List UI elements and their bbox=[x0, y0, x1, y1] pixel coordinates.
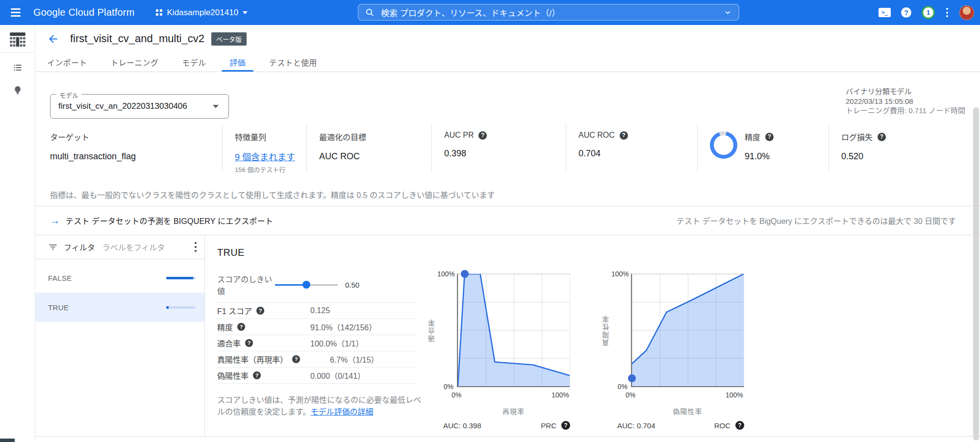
prc-x-axis-label: 再現率 bbox=[457, 406, 570, 416]
fpr-help-icon[interactable]: ? bbox=[253, 371, 261, 379]
tab-test-use[interactable]: テストと使用 bbox=[257, 52, 329, 72]
model-evaluation-details-link[interactable]: モデル評価の詳細 bbox=[310, 408, 373, 416]
project-name: Kidasample201410 bbox=[167, 8, 239, 18]
prc-y-min-tick: 0% bbox=[437, 383, 453, 391]
training-cost: トレーニング費用: 0.711 ノード時間 bbox=[846, 106, 968, 116]
vertical-scrollbar[interactable] bbox=[973, 107, 979, 441]
threshold-label: スコアのしきい値 bbox=[217, 273, 275, 296]
tab-training[interactable]: トレーニング bbox=[99, 52, 171, 72]
model-select-label: モデル bbox=[56, 90, 81, 99]
slider-fill bbox=[275, 284, 306, 286]
label-row-true[interactable]: TRUE bbox=[35, 293, 204, 322]
gcp-logo[interactable]: Google Cloud Platform bbox=[33, 7, 135, 18]
export-row: → テスト データセットの予測を BIGQUERY にエクスポート テスト デー… bbox=[50, 206, 956, 235]
label-list: FALSE TRUE bbox=[35, 263, 204, 322]
evaluation-content: モデル first_visit_cv_an_20220313030406 バイナ… bbox=[35, 72, 980, 437]
lightbulb-icon[interactable] bbox=[0, 85, 35, 95]
prc-x-min-tick: 0% bbox=[452, 391, 461, 399]
model-type: バイナリ分類モデル bbox=[846, 87, 968, 97]
metrics-note: 指標は、最も一般的でないクラスを陽性のクラスとして使用して生成されます。精度は … bbox=[50, 189, 495, 200]
roc-help-icon[interactable]: ? bbox=[735, 421, 744, 430]
roc-auc-value: AUC: 0.704 bbox=[617, 421, 655, 430]
threshold-stats-table: F1 スコア? 0.125 精度? 91.0%（142/156） 適合率? 10… bbox=[217, 302, 418, 384]
roc-y-axis-label: 真陽性率 bbox=[601, 270, 611, 391]
back-arrow-icon[interactable] bbox=[47, 33, 59, 45]
prc-y-axis-label: 適合率 bbox=[427, 270, 437, 391]
roc-auc-row: AUC: 0.704 ROC? bbox=[617, 421, 744, 430]
tab-bar: インポート トレーニング モデル 評価 テストと使用 bbox=[35, 52, 980, 72]
model-created-timestamp: 2022/03/13 15:05:08 bbox=[846, 97, 968, 106]
precision-recall-chart: 適合率 100% 0% 0% 100% 再現率 AUC: 0.398 PRC? bbox=[427, 270, 570, 437]
filter-header: フィルタ ラベルをフィルタ bbox=[35, 235, 204, 259]
prc-help-icon[interactable]: ? bbox=[561, 421, 570, 430]
f1-help-icon[interactable]: ? bbox=[256, 307, 264, 315]
label-detail-split: フィルタ ラベルをフィルタ FALSE TRUE bbox=[35, 235, 980, 436]
left-rail bbox=[0, 25, 35, 442]
tab-model[interactable]: モデル bbox=[170, 52, 218, 72]
false-distribution-bar bbox=[166, 277, 196, 279]
feature-count-link[interactable]: 9 個含まれます bbox=[235, 150, 295, 163]
roc-threshold-dot bbox=[628, 374, 636, 382]
tab-evaluation[interactable]: 評価 bbox=[218, 52, 257, 72]
project-switcher[interactable]: Kidasample201410 bbox=[155, 8, 248, 18]
accuracy-stat-help-icon[interactable]: ? bbox=[237, 323, 245, 331]
more-options-icon[interactable] bbox=[945, 6, 949, 19]
page: first_visit_cv_and_multi_cv2 ベータ版 インポート … bbox=[35, 25, 980, 442]
prc-plot-area[interactable] bbox=[457, 273, 570, 387]
auc-roc-help-icon[interactable]: ? bbox=[620, 131, 628, 140]
search-input[interactable]: 検索 プロダクト、リソース、ドキュメント（/） bbox=[358, 4, 739, 21]
filter-title: フィルタ bbox=[64, 241, 95, 253]
prc-auc-row: AUC: 0.398 PRC? bbox=[443, 421, 570, 430]
rail-divider bbox=[0, 52, 35, 53]
prc-x-max-tick: 100% bbox=[552, 391, 569, 399]
roc-y-min-tick: 0% bbox=[611, 383, 628, 391]
prc-auc-value: AUC: 0.398 bbox=[443, 421, 481, 430]
cloud-shell-icon[interactable]: >_ bbox=[879, 8, 891, 17]
dataset-list-icon[interactable] bbox=[0, 62, 35, 73]
tables-product-icon[interactable] bbox=[0, 29, 35, 50]
roc-x-min-tick: 0% bbox=[626, 391, 635, 399]
auc-pr-help-icon[interactable]: ? bbox=[478, 131, 487, 140]
roc-chart: 真陽性率 100% 0% 0% 100% 偽陽性率 AUC: 0.704 ROC… bbox=[601, 270, 744, 437]
score-threshold-row: スコアのしきい値 0.50 bbox=[217, 273, 359, 296]
log-loss-help-icon[interactable]: ? bbox=[878, 133, 886, 141]
table-row: 真陽性率（再現率）? 6.7%（1/15） bbox=[217, 351, 418, 367]
label-filter-panel: フィルタ ラベルをフィルタ FALSE TRUE bbox=[35, 235, 205, 436]
threshold-value: 0.50 bbox=[345, 281, 359, 289]
filter-input-placeholder[interactable]: ラベルをフィルタ bbox=[102, 241, 165, 253]
filter-more-options-icon[interactable] bbox=[194, 241, 198, 254]
prc-y-max-tick: 100% bbox=[437, 270, 453, 278]
label-row-false[interactable]: FALSE bbox=[35, 263, 204, 293]
avatar[interactable] bbox=[959, 5, 974, 20]
search-placeholder: 検索 プロダクト、リソース、ドキュメント（/） bbox=[381, 6, 560, 19]
threshold-slider[interactable] bbox=[275, 281, 338, 289]
beta-badge: ベータ版 bbox=[211, 32, 247, 46]
export-to-bigquery-button[interactable]: テスト データセットの予測を BIGQUERY にエクスポート bbox=[66, 215, 273, 226]
app-bar: Google Cloud Platform Kidasample201410 検… bbox=[0, 0, 980, 25]
precision-help-icon[interactable]: ? bbox=[245, 339, 253, 347]
select-caret-icon bbox=[213, 105, 219, 111]
metrics-strip: ターゲット multi_transaction_flag 特徴量列 9 個含まれ… bbox=[50, 124, 956, 172]
model-select[interactable]: モデル first_visit_cv_an_20220313030406 bbox=[50, 94, 229, 119]
table-row: 精度? 91.0%（142/156） bbox=[217, 319, 418, 335]
true-distribution-bar bbox=[166, 306, 196, 309]
help-icon[interactable]: ? bbox=[901, 7, 911, 18]
notifications-badge[interactable]: 1 bbox=[922, 6, 935, 19]
tab-import[interactable]: インポート bbox=[35, 52, 99, 72]
metric-auc-roc: AUC ROC? 0.704 bbox=[566, 124, 697, 172]
hamburger-menu-icon[interactable] bbox=[11, 8, 21, 16]
recall-help-icon[interactable]: ? bbox=[292, 355, 300, 363]
metric-target: ターゲット multi_transaction_flag bbox=[50, 124, 222, 172]
table-row: F1 スコア? 0.125 bbox=[217, 302, 418, 319]
table-row: 適合率? 100.0%（1/1） bbox=[217, 335, 418, 351]
table-row: 偽陽性率? 0.000（0/141） bbox=[217, 367, 418, 383]
accuracy-donut-chart bbox=[710, 131, 737, 159]
roc-plot-area[interactable] bbox=[631, 273, 744, 387]
metric-feature-columns: 特徴量列 9 個含まれます 156 個のテスト行 bbox=[222, 124, 306, 172]
metric-log-loss: ログ損失? 0.520 bbox=[829, 124, 956, 172]
chevron-down-icon bbox=[243, 11, 248, 17]
accuracy-help-icon[interactable]: ? bbox=[765, 133, 774, 141]
search-chevron-down-icon[interactable] bbox=[724, 8, 732, 17]
model-info: バイナリ分類モデル 2022/03/13 15:05:08 トレーニング費用: … bbox=[846, 87, 968, 116]
slider-thumb[interactable] bbox=[302, 281, 310, 289]
